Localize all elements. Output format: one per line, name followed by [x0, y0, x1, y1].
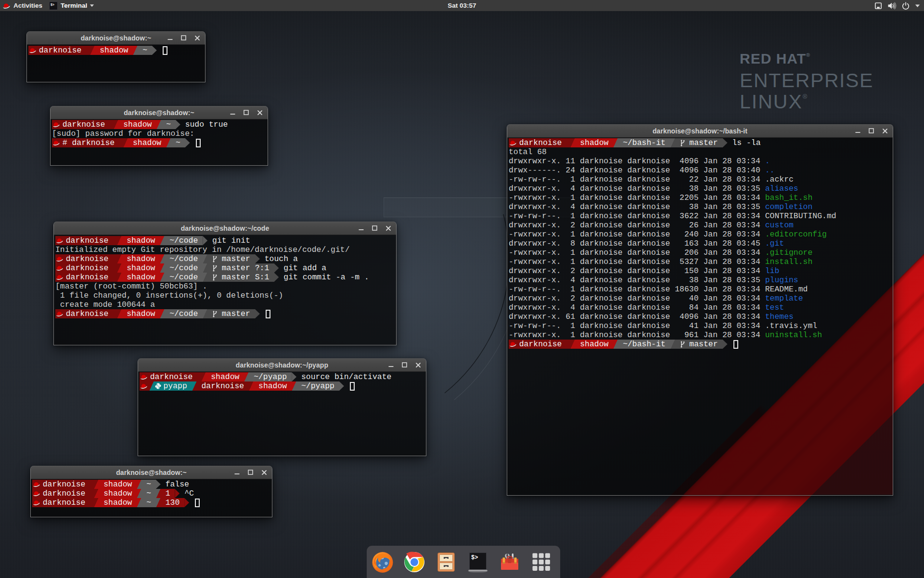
- svg-text:$>: $>: [471, 554, 478, 561]
